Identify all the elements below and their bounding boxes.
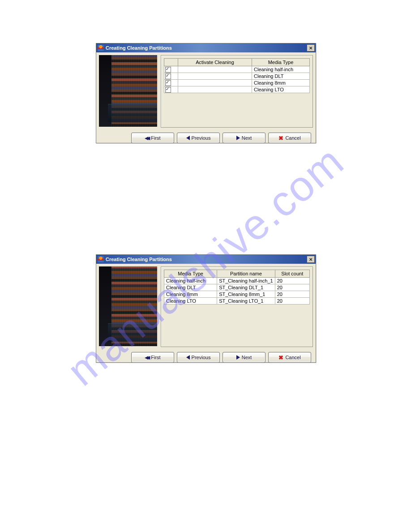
button-row: ◀◀First Previous Next ✖Cancel: [96, 130, 316, 148]
table-row: Cleaning 8mm ST_Cleaning 8mm_1 20: [164, 291, 310, 298]
java-icon: [98, 256, 104, 262]
checkbox[interactable]: [165, 67, 171, 73]
table-panel: Activate Cleaning Media Type Cleaning ha…: [161, 55, 313, 128]
btn-label: Previous: [192, 355, 211, 360]
button-row: ◀◀First Previous Next ✖Cancel: [96, 350, 316, 368]
cancel-icon: ✖: [278, 355, 283, 360]
col-media-type: Media Type: [252, 59, 310, 66]
next-button[interactable]: Next: [223, 352, 265, 363]
titlebar: Creating Cleaning Partitions ✕: [96, 255, 316, 264]
table-row: Cleaning LTO: [164, 86, 310, 93]
cancel-icon: ✖: [278, 136, 283, 141]
col-media-type: Media Type: [164, 270, 217, 278]
previous-button[interactable]: Previous: [177, 352, 220, 363]
table-row: Cleaning DLT: [164, 73, 310, 80]
cleaning-partitions-dialog-2: Creating Cleaning Partitions ✕ Media Typ…: [96, 254, 316, 363]
btn-label: Previous: [192, 135, 211, 141]
dialog-title: Creating Cleaning Partitions: [106, 45, 307, 51]
close-icon[interactable]: ✕: [307, 256, 315, 263]
first-icon: ◀◀: [145, 355, 148, 360]
btn-label: First: [151, 355, 160, 360]
previous-button[interactable]: Previous: [177, 133, 220, 143]
cell-slots: 20: [275, 298, 309, 305]
table-row: Cleaning half-inch: [164, 66, 310, 73]
previous-icon: [186, 355, 190, 360]
cell-slots: 20: [275, 278, 309, 284]
col-activate-cleaning: Activate Cleaning: [178, 59, 252, 66]
cell-partition: ST_Cleaning 8mm_1: [217, 291, 275, 298]
first-button[interactable]: ◀◀First: [131, 133, 174, 143]
col-slot-count: Slot count: [275, 270, 309, 278]
cell-media: Cleaning half-inch: [164, 278, 217, 284]
btn-label: First: [151, 135, 160, 141]
cell-media: Cleaning LTO: [252, 86, 310, 93]
cleaning-partitions-dialog-1: Creating Cleaning Partitions ✕ Activate …: [96, 43, 316, 143]
table-row: Cleaning LTO ST_Cleaning LTO_1 20: [164, 298, 310, 305]
cell-media: Cleaning 8mm: [164, 291, 217, 298]
col-partition-name: Partition name: [217, 270, 275, 278]
side-image: [99, 55, 157, 127]
checkbox[interactable]: [165, 80, 171, 86]
activate-cleaning-table: Activate Cleaning Media Type Cleaning ha…: [164, 58, 310, 93]
titlebar: Creating Cleaning Partitions ✕: [96, 43, 316, 52]
cell-slots: 20: [275, 291, 309, 298]
cell-partition: ST_Cleaning DLT_1: [217, 284, 275, 291]
close-icon[interactable]: ✕: [307, 44, 315, 51]
btn-label: Cancel: [285, 135, 300, 141]
cell-media: Cleaning LTO: [164, 298, 217, 305]
cell-media: Cleaning DLT: [164, 284, 217, 291]
cell-media: Cleaning DLT: [252, 73, 310, 80]
partition-table: Media Type Partition name Slot count Cle…: [164, 270, 310, 305]
table-row: Cleaning 8mm: [164, 80, 310, 86]
cell-slots: 20: [275, 284, 309, 291]
btn-label: Next: [242, 355, 252, 360]
side-image: [99, 266, 157, 346]
first-icon: ◀◀: [145, 135, 148, 141]
next-button[interactable]: Next: [223, 133, 265, 143]
table-row: Cleaning DLT ST_Cleaning DLT_1 20: [164, 284, 310, 291]
btn-label: Next: [242, 135, 252, 141]
first-button[interactable]: ◀◀First: [131, 352, 174, 363]
cell-partition: ST_Cleaning LTO_1: [217, 298, 275, 305]
next-icon: [236, 136, 240, 140]
cell-media: Cleaning half-inch: [252, 66, 310, 73]
cell-media: Cleaning 8mm: [252, 80, 310, 86]
next-icon: [236, 355, 240, 360]
dialog-title: Creating Cleaning Partitions: [106, 257, 307, 262]
cell-partition: ST_Cleaning half-inch_1: [217, 278, 275, 284]
checkbox[interactable]: [165, 87, 171, 93]
checkbox[interactable]: [165, 73, 171, 79]
table-row: Cleaning half-inch ST_Cleaning half-inch…: [164, 278, 310, 284]
table-panel: Media Type Partition name Slot count Cle…: [161, 266, 313, 347]
cancel-button[interactable]: ✖Cancel: [268, 133, 311, 143]
java-icon: [98, 45, 104, 51]
cancel-button[interactable]: ✖Cancel: [268, 352, 311, 363]
previous-icon: [186, 136, 190, 140]
col-blank: [164, 59, 178, 66]
btn-label: Cancel: [285, 355, 300, 360]
